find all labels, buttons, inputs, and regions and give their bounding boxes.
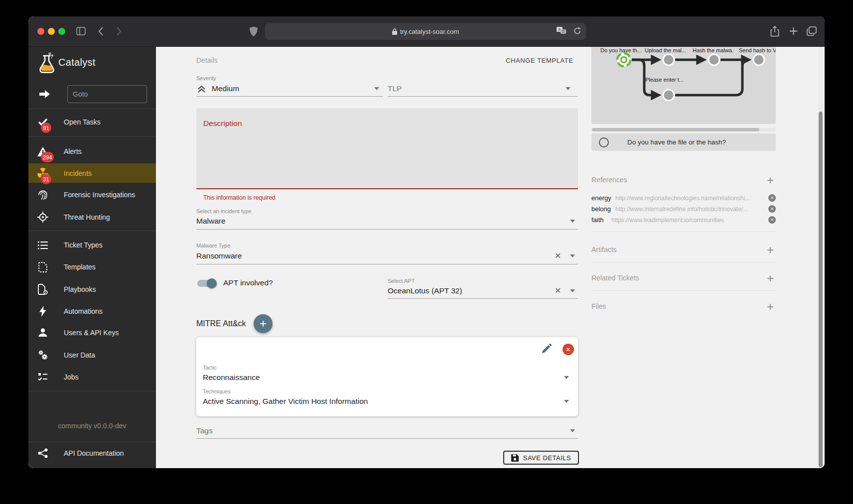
close-window-button[interactable] (37, 28, 44, 35)
share-icon[interactable] (770, 26, 779, 39)
description-textarea[interactable]: Description (196, 108, 578, 189)
sidebar-item-api-documentation[interactable]: API Documentation (28, 443, 156, 463)
sidebar-item-ticket-types[interactable]: Ticket Types (28, 235, 156, 255)
playbook-node[interactable] (663, 90, 674, 101)
save-details-button[interactable]: SAVE DETAILS (503, 451, 579, 465)
back-button[interactable] (98, 27, 104, 38)
node-label: Upload the mal... (645, 47, 686, 53)
tab-overview-icon[interactable] (807, 26, 817, 38)
url-bar[interactable]: try.catalyst-soar.com A文 (265, 23, 586, 40)
page-vertical-scrollbar[interactable] (819, 47, 823, 468)
divider (28, 391, 156, 391)
gears-icon (37, 349, 49, 361)
chevron-down-icon[interactable] (564, 400, 569, 403)
malware-type-select[interactable]: Ransomware (196, 252, 242, 260)
severity-select[interactable]: Medium (212, 84, 239, 93)
tlp-select[interactable]: TLP (388, 84, 402, 93)
reload-icon[interactable] (573, 27, 581, 36)
chevron-down-icon[interactable] (374, 87, 379, 90)
fingerprint-icon (37, 189, 49, 201)
privacy-shield-icon[interactable] (250, 26, 258, 38)
apt-select[interactable]: OceanLotus (APT 32) (388, 286, 462, 295)
edit-pencil-icon[interactable] (542, 344, 552, 356)
apt-involved-label: APT involved? (223, 278, 273, 287)
divider (591, 290, 776, 291)
sidebar-item-alerts[interactable]: Alerts 294 (28, 141, 156, 161)
screenshot-root: try.catalyst-soar.com A文 (0, 0, 853, 504)
add-related-ticket-button[interactable]: + (767, 272, 774, 284)
zoom-window-button[interactable] (58, 28, 65, 35)
sidebar-item-users-api-keys[interactable]: Users & API Keys (28, 323, 156, 343)
lightning-bolt-icon (37, 305, 49, 317)
list-icon (37, 239, 49, 251)
sidebar-item-jobs[interactable]: Jobs (28, 367, 156, 387)
add-file-button[interactable]: + (767, 301, 774, 313)
forward-button[interactable] (116, 27, 122, 38)
playbook-task-row[interactable]: Do you have the file or the hash? (591, 133, 776, 151)
sidebar-item-playbooks[interactable]: Playbooks (28, 279, 156, 299)
chevron-down-icon[interactable] (564, 376, 569, 379)
select-apt-label: Select APT (388, 278, 415, 284)
scrollbar-thumb[interactable] (819, 112, 823, 467)
scrollbar-thumb[interactable] (592, 128, 759, 131)
add-mitre-button[interactable]: + (254, 314, 273, 333)
divider (388, 298, 578, 299)
chevron-down-icon[interactable] (566, 87, 570, 90)
tactic-label: Tactic (203, 365, 217, 371)
sidebar-item-user-data[interactable]: User Data (28, 345, 156, 365)
app-name: Catalyst (58, 57, 96, 68)
remove-reference-icon[interactable]: ✕ (768, 205, 776, 213)
divider (591, 262, 776, 262)
task-radio-button[interactable] (599, 137, 609, 147)
delete-mitre-icon[interactable]: ✕ (563, 344, 574, 355)
playbook-node[interactable] (663, 54, 674, 65)
incidents-badge: 31 (41, 174, 51, 184)
divider (196, 264, 578, 264)
sidebar-item-templates[interactable]: Templates (28, 257, 156, 277)
sidebar-toggle-icon[interactable] (76, 27, 86, 37)
playbook-icon (37, 283, 49, 295)
remove-reference-icon[interactable]: ✕ (768, 194, 776, 202)
clear-icon[interactable]: ✕ (555, 286, 561, 295)
mitre-section-title: MITRE Att&ck (196, 319, 246, 328)
chevron-down-icon[interactable] (570, 289, 575, 292)
playbook-graph[interactable]: Do you have th... Upload the mal... Hash… (591, 47, 776, 124)
graph-horizontal-scrollbar[interactable] (591, 128, 776, 131)
sidebar-item-open-tasks[interactable]: Open Tasks 91 (28, 112, 156, 132)
incident-type-select[interactable]: Malware (196, 217, 226, 226)
sidebar-item-automations[interactable]: Automations (28, 301, 156, 321)
add-artifact-button[interactable]: + (767, 244, 774, 256)
apt-involved-toggle[interactable] (197, 280, 215, 287)
techniques-select[interactable]: Active Scanning, Gather Victim Host Info… (203, 397, 368, 406)
techniques-label: Techniques (203, 388, 231, 394)
catalyst-flask-logo (36, 52, 57, 77)
sidebar-item-threat-hunting[interactable]: Threat Hunting (28, 207, 156, 227)
person-icon (37, 327, 49, 339)
chevron-down-icon[interactable] (570, 254, 575, 257)
mitre-card: ✕ Tactic Reconnaissance Techniques Activ… (196, 337, 578, 416)
playbook-node[interactable] (709, 54, 719, 65)
tactic-select[interactable]: Reconnaissance (203, 373, 260, 382)
chevron-down-icon[interactable] (570, 220, 575, 223)
url-text: try.catalyst-soar.com (400, 28, 459, 35)
alerts-badge: 294 (41, 152, 54, 162)
goto-arrow-icon (39, 89, 50, 101)
chevron-down-icon[interactable] (570, 429, 575, 432)
goto-input[interactable] (67, 85, 147, 103)
severity-medium-icon (197, 85, 206, 95)
add-reference-button[interactable]: + (767, 174, 774, 186)
sidebar-item-forensic-investigations[interactable]: Forensic Investigations (28, 185, 156, 205)
divider (388, 96, 578, 97)
divider (591, 231, 776, 232)
svg-text:文: 文 (562, 29, 565, 33)
playbook-node[interactable] (753, 54, 764, 65)
clear-icon[interactable]: ✕ (555, 251, 561, 260)
tags-select[interactable]: Tags (196, 426, 213, 435)
sidebar-item-incidents[interactable]: Incidents 31 (28, 163, 156, 183)
remove-reference-icon[interactable]: ✕ (768, 216, 776, 224)
change-template-button[interactable]: CHANGE TEMPLATE (506, 57, 573, 64)
minimize-window-button[interactable] (48, 28, 55, 35)
divider (28, 231, 156, 231)
new-tab-icon[interactable] (789, 27, 798, 37)
translate-icon[interactable]: A文 (557, 27, 567, 36)
